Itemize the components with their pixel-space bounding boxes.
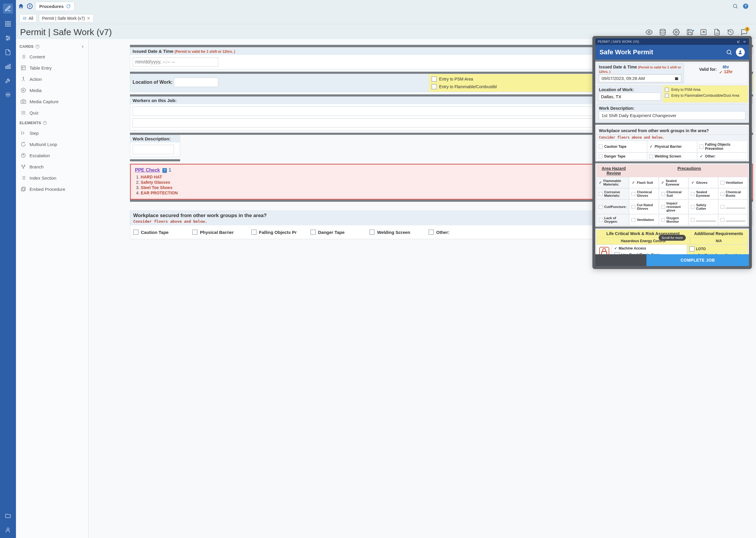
tab-document[interactable]: Permit | Safe Work (v7) ✕ [39,14,94,23]
svg-point-54 [23,168,24,168]
mobile-avatar-icon[interactable] [736,48,745,57]
element-item-multiunit-loop[interactable]: Multiunit Loop [18,138,86,150]
hazard-row-header[interactable]: ✓Flammable Materials: [597,177,629,188]
svg-point-42 [23,77,24,78]
precaution-cell[interactable]: Safety Cutter [688,199,718,214]
element-item-escalation[interactable]: Escalation [18,150,86,161]
history-icon[interactable] [727,28,734,36]
precaution-cell[interactable]: Oxygen Monitor [659,214,688,225]
mp-workplace-opt[interactable]: Caution Tape [597,141,647,152]
precaution-cell[interactable]: ✓Flash Suit [629,177,659,188]
svg-rect-2 [6,25,7,26]
workplace-opt[interactable]: Welding Screen [369,228,422,236]
elements-header: ELEMENTS [20,121,85,125]
valid-12hr[interactable]: ✓12hr [719,69,733,74]
card-item-action[interactable]: Action [18,74,86,85]
preview-icon[interactable] [646,28,653,36]
mp-workplace-opt[interactable]: Welding Screen [647,152,698,160]
location-input[interactable] [174,78,218,87]
precaution-cell[interactable]: Chemical Suit [659,188,688,199]
workplace-opt[interactable]: Falling Objects Pr [251,228,304,236]
forward-icon[interactable] [27,3,33,9]
precaution-cell[interactable]: Impact resistant glove [659,199,688,214]
precaution-cell[interactable] [718,199,748,214]
precaution-cell[interactable]: Ventilation [718,177,748,188]
precaution-cell[interactable]: Cut Rated Gloves [629,199,659,214]
svg-point-17 [7,528,9,530]
nav-file-icon[interactable] [4,48,12,56]
precaution-cell[interactable] [688,214,718,225]
nav-chart-icon[interactable] [4,63,12,70]
left-panel: CARDS ContentTable EntryActionMediaMedia… [16,39,89,538]
precaution-cell[interactable]: ✓Sealed Eyewear [659,177,688,188]
svg-text:PDF: PDF [716,32,719,34]
card-item-content[interactable]: Content [18,51,86,62]
help-icon[interactable] [43,121,47,125]
workplace-opt[interactable]: Physical Barrier [192,228,245,236]
mp-workplace-opt[interactable]: ✓Physical Barrier [647,141,698,152]
comments-icon[interactable]: 2 [741,28,748,36]
database-icon[interactable] [659,28,666,36]
hazard-row-header[interactable]: Lack of Oxygen: [597,214,629,225]
hazard-row-header[interactable]: Cut/Puncture: [597,199,629,214]
card-item-table-entry[interactable]: Table Entry [18,62,86,74]
mp-location-input[interactable] [599,93,661,101]
nav-grid-icon[interactable] [4,20,12,28]
nav-edit-icon[interactable] [3,4,13,14]
svg-point-26 [23,19,24,19]
breadcrumb-tab[interactable]: Procedures [35,2,74,11]
complete-job-button[interactable]: COMPLETE JOB [647,254,749,266]
gear-icon[interactable] [673,28,680,36]
nav-sliders-icon[interactable] [4,34,12,42]
help-icon[interactable] [35,44,39,49]
precaution-cell[interactable] [718,214,748,225]
life-add-item[interactable]: LOTO [689,246,745,251]
save-icon[interactable]: • [686,28,693,36]
life-item[interactable]: Line Break/Equip Open [614,252,684,254]
tab-all[interactable]: All [20,14,36,23]
precaution-cell[interactable]: Ventilation [629,214,659,225]
life-add-item[interactable]: ✓LnBrk/EquipOpen Checklist [689,253,745,254]
mp-workplace-opt[interactable]: ✓Other: [697,152,748,160]
mp-loc-opt-1[interactable]: Entry to PSM Area [665,87,746,93]
home-icon[interactable] [18,3,24,9]
life-item[interactable]: ✓Machine Access [614,246,684,250]
nav-folder-icon[interactable] [4,512,12,520]
issued-date-input[interactable] [133,57,218,67]
card-item-media[interactable]: Media [18,85,86,96]
page-title: Permit | Safe Work (v7) [20,27,112,37]
card-item-media-capture[interactable]: Media Capture [18,96,86,107]
mobile-search-icon[interactable] [726,49,732,55]
collapse-icon[interactable] [81,44,85,49]
tab-close-icon[interactable]: ✕ [87,16,91,21]
pdf-icon[interactable]: PDF [714,28,721,36]
mp-workdesc-input[interactable]: 1st Shift Daily Equipment Changeover [599,111,745,120]
nav-more-icon[interactable] [4,91,12,98]
workplace-opt[interactable]: Danger Tape [310,228,363,236]
workplace-opt[interactable]: Caution Tape [133,228,186,236]
valid-8hr[interactable]: 8hr [719,65,733,69]
mp-loc-opt-2[interactable]: Entry to Flammable/Combustible/Dust Area [665,93,746,98]
help-icon[interactable]: ? [743,4,748,9]
element-item-index-section[interactable]: Index Section [18,172,86,184]
mp-workplace-opt[interactable]: Falling Objects Prevention [697,141,748,152]
mp-workplace-opt[interactable]: Danger Tape [597,152,647,160]
life-icon-cell [597,244,612,254]
nav-user-icon[interactable] [4,526,12,534]
workdesc-input[interactable] [133,145,174,154]
precaution-cell[interactable]: Chemical Gloves [629,188,659,199]
precaution-cell[interactable]: Chemical Boots [718,188,748,199]
mp-date-input[interactable]: 09/07/2023, 09:28 AM [599,74,681,82]
search-icon[interactable] [732,3,738,9]
hazard-row-header[interactable]: Corrosive Materials: [597,188,629,199]
nav-tools-icon[interactable] [4,77,12,84]
refresh-icon[interactable] [66,4,71,9]
export-icon[interactable] [700,28,707,36]
element-item-branch[interactable]: Branch [18,161,86,172]
card-item-quiz[interactable]: Quiz [18,107,86,118]
element-item-step[interactable]: Step [18,128,86,138]
precaution-cell[interactable]: ✓Gloves [688,177,718,188]
workplace-opt[interactable]: Other: [428,228,482,236]
precaution-cell[interactable]: Sealed Eyewear [688,188,718,199]
element-item-embed-procedure[interactable]: Embed Procedure [18,184,86,195]
